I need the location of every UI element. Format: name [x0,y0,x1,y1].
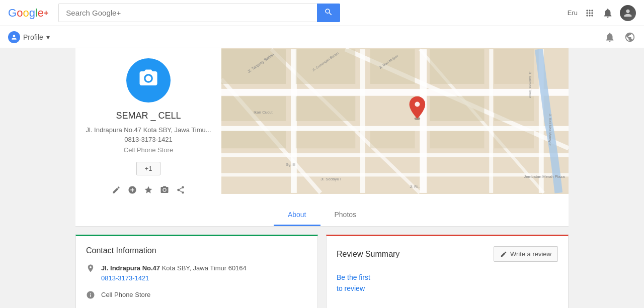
business-name: SEMAR _ CELL [116,111,181,121]
review-cta-line1: Be the first [337,273,370,281]
svg-rect-3 [221,153,569,157]
type-row: Cell Phone Store [86,290,307,302]
address-bold: Jl. Indrapura No.47 [101,264,160,272]
address-row: Jl. Indrapura No.47 Kota SBY, Jawa Timur… [86,263,307,283]
action-icons [112,185,185,194]
add-to-circles-icon[interactable] [128,185,137,194]
svg-rect-23 [430,131,484,149]
globe-icon[interactable] [624,31,636,43]
svg-rect-20 [370,131,415,149]
profile-dropdown-icon: ▾ [46,33,50,41]
edit-icon[interactable] [112,185,121,194]
review-title: Review Summary [337,250,399,259]
profile-left: SEMAR _ CELL Jl. Indrapura No.47 Kota SB… [75,48,221,204]
profile-label: Profile [23,33,43,41]
sub-header-right [604,31,636,43]
search-button[interactable] [317,4,340,22]
svg-rect-24 [494,131,534,149]
share-icon[interactable] [176,185,185,194]
svg-text:Jl. Sedayu I: Jl. Sedayu I [320,177,341,181]
location-icon [86,264,95,275]
sub-header: Profile ▾ [0,26,644,48]
svg-text:Gg. III: Gg. III [286,163,295,167]
type-content: Cell Phone Store [101,290,150,300]
plus-one-button[interactable]: +1 [136,162,161,175]
svg-point-41 [415,102,420,107]
tab-photos[interactable]: Photos [320,204,371,226]
write-review-button[interactable]: Write a review [494,246,558,262]
address-content: Jl. Indrapura No.47 Kota SBY, Jawa Timur… [101,263,247,283]
svg-rect-1 [221,89,569,96]
contact-title: Contact Information [86,246,307,255]
profile-button[interactable]: Profile ▾ [8,31,50,43]
user-avatar[interactable] [620,5,636,21]
svg-text:Jl. Kalimas Timur: Jl. Kalimas Timur [528,71,532,98]
header-right: Eru [568,5,636,21]
content-area: Contact Information Jl. Indrapura No.47 … [75,235,569,308]
search-input[interactable] [58,4,317,22]
profile-section: SEMAR _ CELL Jl. Indrapura No.47 Kota SB… [75,48,569,204]
svg-rect-6 [360,49,365,193]
avatar[interactable] [126,58,171,102]
tabs-section: About Photos [75,204,569,227]
review-cta-line2: to review [337,284,365,292]
business-type: Cell Phone Store [124,146,173,154]
profile-icon [8,31,20,43]
camera-avatar-icon [138,68,159,93]
star-icon[interactable] [144,185,153,194]
write-review-label: Write a review [510,250,551,258]
svg-rect-21 [430,96,484,121]
svg-text:Jl. Ri...: Jl. Ri... [410,185,421,188]
svg-rect-22 [494,96,534,121]
svg-rect-8 [489,49,493,193]
svg-rect-4 [221,173,569,177]
review-header: Review Summary Write a review [337,246,558,262]
svg-rect-16 [221,96,286,121]
svg-rect-7 [420,49,427,193]
svg-rect-18 [221,131,286,149]
tab-about[interactable]: About [274,204,320,226]
map-section[interactable]: Jl. Tanjung Sadari Jl. Gunungan Bunyu Jl… [221,48,569,194]
svg-rect-17 [296,96,355,121]
business-phone: 0813-3173-1421 [124,136,172,143]
review-panel: Review Summary Write a review Be the fir… [326,235,569,308]
svg-text:Jl. Kali Mas Mansyur: Jl. Kali Mas Mansyur [548,114,552,146]
business-address: Jl. Indrapura No.47 Kota SBY, Jawa Timu.… [86,126,211,134]
address-rest: Kota SBY, Jawa Timur 60164 [160,264,247,272]
content-wrapper: SEMAR _ CELL Jl. Indrapura No.47 Kota SB… [75,48,569,308]
map-svg: Jl. Tanjung Sadari Jl. Gunungan Bunyu Jl… [221,48,569,194]
bell-outline-icon[interactable] [604,31,616,43]
main-content: SEMAR _ CELL Jl. Indrapura No.47 Kota SB… [0,48,644,308]
info-icon [86,290,95,302]
search-bar [58,4,340,22]
svg-rect-19 [296,131,355,149]
contact-phone-link[interactable]: 0813-3173-1421 [101,274,149,282]
svg-rect-15 [296,49,355,84]
svg-text:Jembatan Merah Plaza: Jembatan Merah Plaza [524,174,565,179]
apps-icon[interactable] [584,7,596,19]
header-username: Eru [568,9,578,17]
google-logo[interactable]: Google+ [8,7,48,20]
photo-icon[interactable] [160,185,169,194]
notifications-icon[interactable] [602,7,614,19]
svg-rect-26 [430,49,484,84]
contact-panel: Contact Information Jl. Indrapura No.47 … [75,235,318,308]
svg-rect-27 [494,49,534,84]
review-cta[interactable]: Be the first to review [337,272,558,294]
svg-text:Ikan Cucut: Ikan Cucut [254,110,273,115]
svg-rect-25 [370,49,415,84]
main-header: Google+ Eru [0,0,644,26]
